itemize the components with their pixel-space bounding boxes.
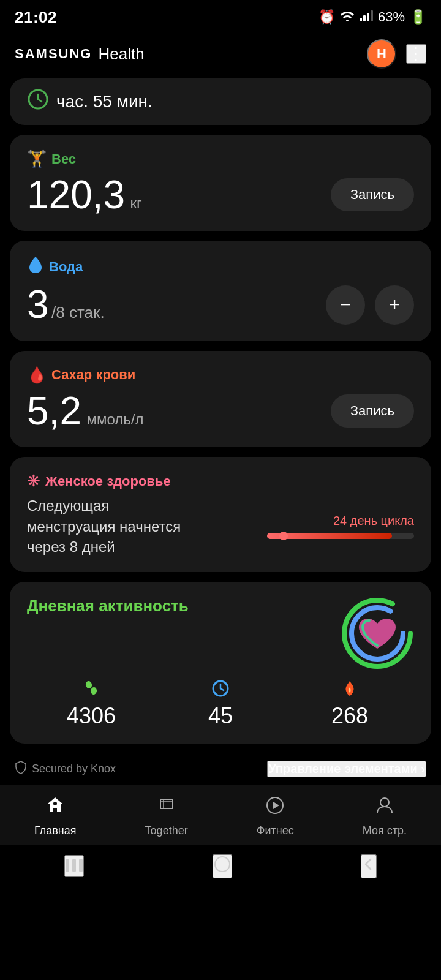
alarm-icon: ⏰ xyxy=(318,9,335,25)
svg-line-7 xyxy=(38,99,42,102)
weight-card-row: 120,3 кг Запись xyxy=(27,173,414,216)
svg-rect-21 xyxy=(66,859,69,872)
weight-record-button[interactable]: Запись xyxy=(331,178,414,211)
status-bar: 21:02 ⏰ 63% 🔋 xyxy=(0,0,441,32)
knox-shield-icon xyxy=(15,761,27,777)
womens-health-title: Женское здоровье xyxy=(45,473,171,489)
weight-value-container: 120,3 кг xyxy=(27,173,142,216)
weight-value: 120,3 xyxy=(27,173,125,217)
active-time-icon xyxy=(212,680,229,701)
app-header: SAMSUNG Health H ⋮ xyxy=(0,32,441,78)
bottom-nav: Главная Together Фитнес Моя стр. xyxy=(0,785,441,845)
nav-label-profile: Моя стр. xyxy=(363,824,407,837)
brand-name: SAMSUNG xyxy=(15,46,92,62)
header-actions: H ⋮ xyxy=(367,39,426,69)
system-nav xyxy=(0,845,441,891)
home-icon xyxy=(45,795,66,821)
svg-point-11 xyxy=(90,687,97,695)
svg-rect-23 xyxy=(79,859,83,872)
steps-metric: 4306 xyxy=(27,680,156,729)
svg-point-15 xyxy=(53,802,57,805)
battery-text: 63% xyxy=(378,9,405,25)
main-content: час. 55 мин. 🏋️ Вес 120,3 кг Запись Вода xyxy=(0,78,441,744)
manage-arrow-icon: › xyxy=(421,762,425,775)
signal-icon xyxy=(360,9,373,25)
svg-point-10 xyxy=(85,680,92,689)
wifi-icon xyxy=(340,9,355,25)
water-card-row: 3 /8 стак. − + xyxy=(27,283,414,326)
cycle-bar xyxy=(267,533,414,539)
manage-elements-button[interactable]: Управление элементами › xyxy=(267,761,426,777)
womens-health-icon: ❋ xyxy=(27,472,40,491)
womens-health-desc: Следующая менструация начнется через 8 д… xyxy=(27,496,198,557)
water-controls: − + xyxy=(326,285,414,325)
calories-icon xyxy=(342,680,357,701)
calories-metric: 268 xyxy=(285,680,414,729)
active-time-metric: 45 xyxy=(156,680,285,729)
footer-manage: Secured by Knox Управление элементами › xyxy=(0,753,441,785)
nav-item-together[interactable]: Together xyxy=(145,795,188,837)
svg-rect-2 xyxy=(363,15,366,21)
activity-title: Дневная активность xyxy=(27,597,189,616)
water-minus-button[interactable]: − xyxy=(326,285,365,325)
svg-rect-1 xyxy=(360,18,362,21)
system-recents-button[interactable] xyxy=(64,855,84,877)
weight-card-header: 🏋️ Вес xyxy=(27,149,414,168)
steps-value: 4306 xyxy=(67,703,116,729)
nav-item-home[interactable]: Главная xyxy=(34,795,77,837)
weight-title: Вес xyxy=(51,151,76,167)
profile-icon xyxy=(374,795,395,821)
steps-icon xyxy=(83,680,100,701)
system-home-button[interactable] xyxy=(213,854,232,878)
nav-label-fitness: Фитнес xyxy=(257,824,294,837)
svg-rect-4 xyxy=(371,10,373,21)
blood-sugar-record-button[interactable]: Запись xyxy=(331,394,414,428)
sleep-clock-icon xyxy=(27,88,49,115)
knox-label: Secured by Knox xyxy=(15,761,116,777)
water-icon xyxy=(27,255,44,278)
app-logo: SAMSUNG Health xyxy=(15,45,145,64)
status-icons: ⏰ 63% 🔋 xyxy=(318,9,426,25)
together-icon xyxy=(156,795,177,821)
svg-point-0 xyxy=(346,20,349,21)
womens-health-header: ❋ Женское здоровье xyxy=(27,472,414,491)
avatar-button[interactable]: H xyxy=(367,39,396,69)
calories-value: 268 xyxy=(331,703,368,729)
water-unit: /8 стак. xyxy=(51,303,105,322)
fitness-icon xyxy=(265,795,285,821)
activity-header: Дневная активность xyxy=(27,597,414,670)
nav-label-together: Together xyxy=(145,824,188,837)
nav-item-fitness[interactable]: Фитнес xyxy=(257,795,294,837)
water-title: Вода xyxy=(49,259,83,275)
nav-item-profile[interactable]: Моя стр. xyxy=(363,795,407,837)
water-plus-button[interactable]: + xyxy=(375,285,414,325)
weight-unit: кг xyxy=(130,195,142,211)
water-card-header: Вода xyxy=(27,255,414,278)
blood-sugar-title: Сахар крови xyxy=(51,367,135,383)
blood-sugar-header: 🩸 Сахар крови xyxy=(27,366,414,385)
water-value: 3 xyxy=(27,282,49,326)
sleep-card-partial[interactable]: час. 55 мин. xyxy=(10,78,431,125)
cycle-day-text: 24 день цикла xyxy=(267,514,414,528)
womens-health-desc-container: Следующая менструация начнется через 8 д… xyxy=(27,496,198,557)
more-menu-button[interactable]: ⋮ xyxy=(406,44,426,64)
blood-sugar-icon: 🩸 xyxy=(27,366,47,385)
blood-sugar-row: 5,2 ммоль/л Запись xyxy=(27,390,414,432)
system-back-button[interactable] xyxy=(361,854,377,878)
cycle-bar-start-dot xyxy=(279,532,288,540)
sleep-duration-text: час. 55 мин. xyxy=(56,92,153,111)
womens-health-card[interactable]: ❋ Женское здоровье Следующая менструация… xyxy=(10,457,431,572)
activity-card[interactable]: Дневная активность xyxy=(10,582,431,744)
nav-label-home: Главная xyxy=(34,824,77,837)
water-card[interactable]: Вода 3 /8 стак. − + xyxy=(10,241,431,341)
water-value-container: 3 /8 стак. xyxy=(27,283,105,326)
weight-card[interactable]: 🏋️ Вес 120,3 кг Запись xyxy=(10,135,431,231)
cycle-bar-container: 24 день цикла xyxy=(267,514,414,539)
activity-metrics: 4306 45 xyxy=(27,680,414,729)
svg-marker-19 xyxy=(273,802,279,809)
blood-sugar-card[interactable]: 🩸 Сахар крови 5,2 ммоль/л Запись xyxy=(10,351,431,447)
svg-point-24 xyxy=(215,857,230,872)
svg-rect-3 xyxy=(367,13,369,21)
blood-sugar-unit: ммоль/л xyxy=(86,411,143,428)
womens-health-row: Следующая менструация начнется через 8 д… xyxy=(27,496,414,557)
